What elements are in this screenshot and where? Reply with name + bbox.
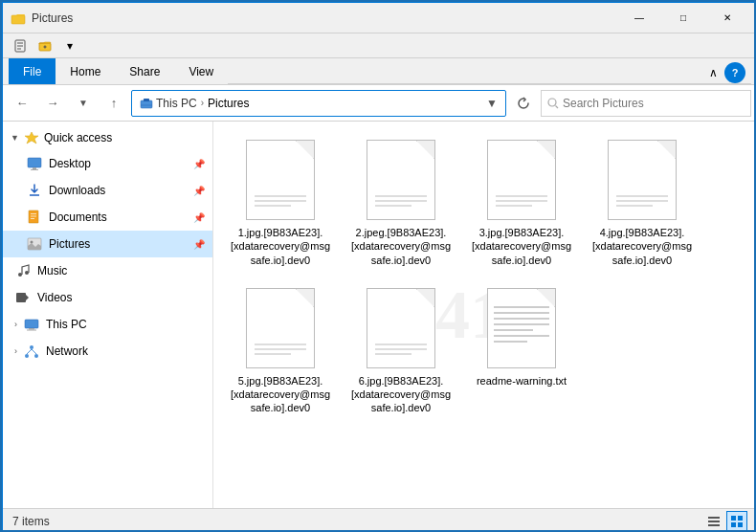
tab-share[interactable]: Share xyxy=(115,58,174,84)
svg-rect-9 xyxy=(144,99,149,101)
this-pc-label: This PC xyxy=(46,318,205,331)
list-item[interactable]: 5.jpg.[9B83AE23].[xdatarecovery@msgsafe.… xyxy=(223,279,338,422)
forward-button[interactable]: → xyxy=(39,90,66,117)
refresh-button[interactable] xyxy=(510,90,537,117)
list-item[interactable]: 6.jpg.[9B83AE23].[xdatarecovery@msgsafe.… xyxy=(344,279,458,422)
status-count: 7 items xyxy=(12,515,50,528)
qt-new-folder-button[interactable] xyxy=(33,35,56,56)
minimize-button[interactable]: — xyxy=(617,3,661,33)
maximize-button[interactable]: □ xyxy=(661,3,705,33)
sidebar-item-network[interactable]: › Network xyxy=(3,338,212,365)
music-label: Music xyxy=(37,264,205,277)
file-thumb-6 xyxy=(363,286,439,370)
tab-view[interactable]: View xyxy=(174,58,228,84)
svg-point-11 xyxy=(548,99,556,106)
file-thumb-1 xyxy=(242,138,319,222)
svg-rect-19 xyxy=(31,213,36,214)
file-grid: 1.jpg.[9B83AE23].[xdatarecovery@msgsafe.… xyxy=(223,131,747,422)
qt-properties-button[interactable] xyxy=(9,35,32,56)
file-thumb-2 xyxy=(363,138,439,222)
close-button[interactable]: ✕ xyxy=(705,3,749,33)
doc-icon-6 xyxy=(367,288,435,368)
svg-rect-16 xyxy=(31,169,38,170)
ribbon-collapse-button[interactable]: ∧ xyxy=(701,62,724,83)
file-label-5: 5.jpg.[9B83AE23].[xdatarecovery@msgsafe.… xyxy=(230,374,331,415)
window-controls: — □ ✕ xyxy=(617,3,749,33)
search-box[interactable] xyxy=(541,90,751,117)
recent-button[interactable]: ▼ xyxy=(70,90,97,117)
this-pc-icon xyxy=(23,316,40,333)
help-button[interactable]: ? xyxy=(724,62,745,83)
list-item[interactable]: 1.jpg.[9B83AE23].[xdatarecovery@msgsafe.… xyxy=(223,131,338,274)
network-label: Network xyxy=(46,344,205,358)
svg-line-35 xyxy=(32,349,36,354)
search-input[interactable] xyxy=(563,97,745,110)
file-thumb-3 xyxy=(483,138,560,222)
svg-rect-20 xyxy=(31,216,36,217)
up-button[interactable]: ↑ xyxy=(100,90,127,117)
videos-label: Videos xyxy=(37,291,205,304)
file-label-1: 1.jpg.[9B83AE23].[xdatarecovery@msgsafe.… xyxy=(230,226,331,267)
path-arrow-1: › xyxy=(201,98,204,108)
status-view-controls xyxy=(703,511,747,532)
address-path[interactable]: This PC › Pictures ▼ xyxy=(131,90,506,117)
videos-icon xyxy=(14,289,32,306)
ribbon: File Home Share View ∧ ? xyxy=(3,58,756,85)
window: Pictures — □ ✕ ▾ File Home Share View ∧ … xyxy=(2,2,756,532)
documents-label: Documents xyxy=(49,211,188,224)
title-bar: Pictures — □ ✕ xyxy=(3,3,756,33)
grid-view-button[interactable] xyxy=(726,511,747,532)
list-item[interactable]: readme-warning.txt xyxy=(464,279,579,422)
svg-marker-13 xyxy=(25,132,38,144)
list-view-button[interactable] xyxy=(703,511,724,532)
svg-rect-21 xyxy=(31,218,34,219)
svg-rect-38 xyxy=(708,524,720,526)
tab-home[interactable]: Home xyxy=(56,58,115,84)
svg-rect-0 xyxy=(11,15,25,24)
list-item[interactable]: 4.jpg.[9B83AE23].[xdatarecovery@msgsafe.… xyxy=(585,131,700,274)
desktop-icon xyxy=(26,155,43,172)
sidebar-item-this-pc[interactable]: › This PC xyxy=(3,311,212,338)
txt-icon-7 xyxy=(487,288,556,368)
svg-rect-29 xyxy=(29,328,34,330)
back-button[interactable]: ← xyxy=(9,90,35,117)
tab-file[interactable]: File xyxy=(9,58,56,84)
sidebar-item-music[interactable]: Music xyxy=(3,257,212,284)
file-label-3: 3.jpg.[9B83AE23].[xdatarecovery@msgsafe.… xyxy=(471,226,572,267)
svg-point-24 xyxy=(18,273,22,277)
music-icon xyxy=(14,262,32,279)
file-thumb-7 xyxy=(483,286,560,370)
svg-rect-36 xyxy=(708,517,720,519)
downloads-icon xyxy=(26,182,43,199)
sidebar-item-downloads[interactable]: Downloads 📌 xyxy=(3,177,212,204)
file-label-7: readme-warning.txt xyxy=(477,374,567,388)
svg-rect-14 xyxy=(28,158,41,167)
svg-point-33 xyxy=(34,354,38,358)
doc-corner-7 xyxy=(538,289,555,306)
sidebar-section-quick-access[interactable]: ▼ Quick access xyxy=(3,125,212,150)
file-label-2: 2.jpeg.[9B83AE23].[xdatarecovery@msgsafe… xyxy=(350,226,452,267)
sidebar-item-documents[interactable]: Documents 📌 xyxy=(3,204,212,231)
documents-pin: 📌 xyxy=(193,212,205,223)
doc-icon-1 xyxy=(246,140,315,220)
quick-access-label: Quick access xyxy=(44,131,112,144)
sidebar-item-videos[interactable]: Videos xyxy=(3,284,212,311)
list-item[interactable]: 3.jpg.[9B83AE23].[xdatarecovery@msgsafe.… xyxy=(464,131,579,274)
pictures-pin: 📌 xyxy=(193,239,205,250)
file-area: 411 1.jpg.[9B83AE23] xyxy=(213,122,756,508)
sidebar-item-desktop[interactable]: Desktop 📌 xyxy=(3,150,212,177)
svg-rect-42 xyxy=(738,522,743,527)
doc-corner-6 xyxy=(417,289,434,306)
list-item[interactable]: 2.jpeg.[9B83AE23].[xdatarecovery@msgsafe… xyxy=(344,131,458,274)
svg-marker-27 xyxy=(26,295,29,300)
sidebar-item-pictures[interactable]: Pictures 📌 xyxy=(3,231,212,257)
path-dropdown-arrow[interactable]: ▼ xyxy=(486,97,498,110)
title-folder-icon xyxy=(11,11,26,26)
desktop-label: Desktop xyxy=(49,157,188,170)
downloads-label: Downloads xyxy=(49,184,188,197)
window-title: Pictures xyxy=(32,11,73,25)
qt-dropdown-button[interactable]: ▾ xyxy=(58,35,81,56)
svg-line-12 xyxy=(556,105,559,108)
svg-line-34 xyxy=(27,349,32,354)
file-label-6: 6.jpg.[9B83AE23].[xdatarecovery@msgsafe.… xyxy=(350,374,452,415)
